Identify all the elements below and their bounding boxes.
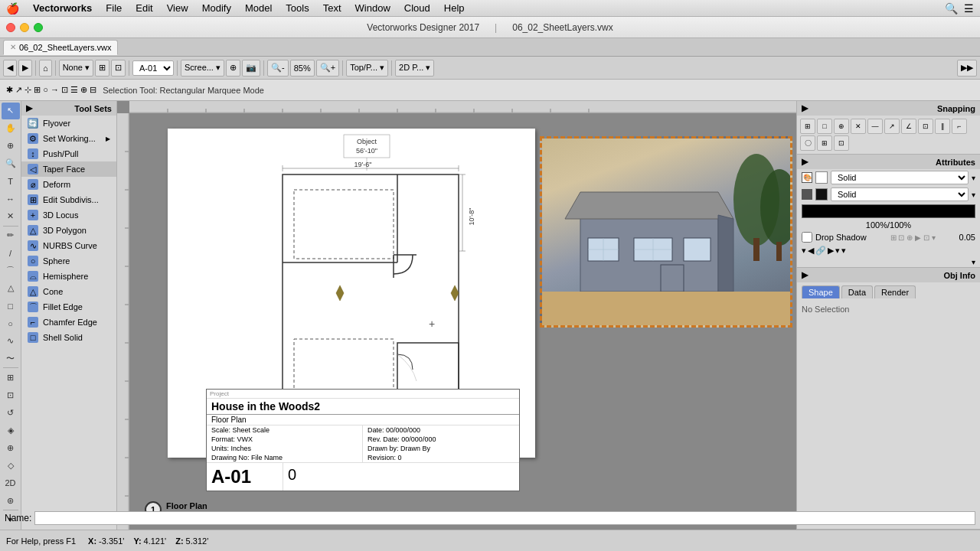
- zoom-out-button[interactable]: 🔍-: [267, 60, 289, 77]
- 3d-tool[interactable]: ⊞: [2, 369, 20, 386]
- menu-cloud[interactable]: Cloud: [398, 1, 436, 15]
- fill-swatch[interactable]: [815, 171, 828, 184]
- apple-menu[interactable]: 🍎: [6, 2, 19, 15]
- search-icon[interactable]: 🔍: [945, 2, 958, 15]
- toolset-item-set-working---[interactable]: ⚙Set Working...▶: [21, 131, 116, 146]
- line-options[interactable]: ▾: [972, 191, 975, 199]
- snap-icon-sq[interactable]: ⊡: [918, 119, 933, 134]
- menu-window[interactable]: Window: [349, 1, 397, 15]
- snap-icon-grid2[interactable]: ⊞: [817, 135, 832, 151]
- toolset-item-3d-polygon[interactable]: △3D Polygon: [21, 223, 116, 238]
- toolset-item-edit-subdivis---[interactable]: ⊞Edit Subdivis...: [21, 192, 116, 207]
- tab-render[interactable]: Render: [874, 285, 916, 298]
- menu-model[interactable]: Model: [239, 1, 278, 15]
- zoom-tool[interactable]: 🔍: [2, 155, 20, 172]
- maximize-button[interactable]: [34, 23, 43, 32]
- render-settings[interactable]: 2D P... ▾: [395, 60, 434, 77]
- toolset-item-fillet-edge[interactable]: ⌒Fillet Edge: [21, 299, 116, 315]
- fill-color-bar[interactable]: [802, 204, 975, 218]
- shadow-extra-btn[interactable]: ▾: [841, 246, 846, 256]
- sheet-dropdown[interactable]: A-01: [132, 60, 174, 76]
- shadow-more-btn[interactable]: ▾: [972, 258, 975, 266]
- toolsets-header[interactable]: ▶ Tool Sets: [21, 101, 116, 116]
- fill-dropdown[interactable]: Solid: [831, 171, 969, 184]
- toolset-item-nurbs-curve[interactable]: ∿NURBS Curve: [21, 238, 116, 253]
- shadow-chain-btn[interactable]: 🔗: [815, 246, 826, 256]
- menu-help[interactable]: Help: [438, 1, 471, 15]
- shell-tool[interactable]: ◇: [2, 457, 20, 474]
- revolve-tool[interactable]: ↺: [2, 404, 20, 421]
- extrude-tool[interactable]: ⊡: [2, 386, 20, 403]
- menu-view[interactable]: View: [161, 1, 194, 15]
- freehand-tool[interactable]: 〜: [2, 350, 20, 367]
- zoom-in-button[interactable]: 🔍+: [316, 60, 339, 77]
- nav-back-button[interactable]: ◀: [3, 60, 17, 77]
- line-tool[interactable]: /: [2, 245, 20, 262]
- circle-tool[interactable]: ○: [2, 315, 20, 332]
- tab-shape[interactable]: Shape: [802, 285, 840, 298]
- dimension-tool[interactable]: ↔: [2, 191, 20, 207]
- close-tool[interactable]: ✕: [2, 208, 20, 225]
- render-icon[interactable]: ⊕: [226, 60, 240, 77]
- toolset-item-chamfer-edge[interactable]: ⌐Chamfer Edge: [21, 315, 116, 330]
- home-button[interactable]: ⌂: [39, 60, 52, 77]
- shadow-down-btn[interactable]: ▾: [802, 246, 806, 256]
- toolset-item-3d-locus[interactable]: +3D Locus: [21, 207, 116, 223]
- rect-tool[interactable]: □: [2, 298, 20, 315]
- toolset-item-cone[interactable]: △Cone: [21, 284, 116, 299]
- snap-icon-cross[interactable]: ✕: [851, 119, 866, 134]
- curve-tool[interactable]: ∿: [2, 333, 20, 350]
- nav-forward-button[interactable]: ▶: [18, 60, 32, 77]
- toolset-item-shell-solid[interactable]: □Shell Solid: [21, 330, 116, 345]
- tab-main-file[interactable]: ✕ 06_02_SheetLayers.vwx: [3, 40, 118, 55]
- menu-edit[interactable]: Edit: [129, 1, 158, 15]
- extra-tools-button[interactable]: ▶▶: [957, 60, 977, 77]
- tab-data[interactable]: Data: [841, 285, 873, 298]
- arc-tool[interactable]: ⌒: [2, 262, 20, 279]
- fill-options[interactable]: ▾: [972, 174, 975, 182]
- snap-icon-dots[interactable]: ⊡: [834, 135, 849, 151]
- toolset-item-flyover[interactable]: 🔄Flyover: [21, 116, 116, 131]
- snap-icon-parallel[interactable]: ‖: [935, 119, 950, 134]
- boolean-tool[interactable]: ⊕: [2, 439, 20, 456]
- tab-close-icon[interactable]: ✕: [10, 43, 16, 51]
- toolset-item-deform[interactable]: ⌀Deform: [21, 177, 116, 192]
- snap-icon-grid[interactable]: ⊞: [800, 119, 815, 134]
- minimize-button[interactable]: [20, 23, 29, 32]
- pencil-tool[interactable]: ✏: [2, 227, 20, 244]
- list-icon[interactable]: ☰: [964, 2, 974, 15]
- poly-tool[interactable]: △: [2, 280, 20, 297]
- snapping-header[interactable]: ▶ Snapping: [797, 101, 980, 116]
- shadow-left-btn[interactable]: ◀: [808, 246, 814, 256]
- menu-vectorworks[interactable]: Vectorworks: [27, 1, 98, 15]
- layout-button[interactable]: ⊞: [95, 60, 109, 77]
- mode-2d[interactable]: 2D: [2, 474, 20, 491]
- menu-file[interactable]: File: [100, 1, 128, 15]
- camera-icon[interactable]: 📷: [242, 60, 260, 77]
- zoom-dropdown[interactable]: 85%: [290, 60, 315, 77]
- snap-icon-crosshair[interactable]: ⊕: [834, 119, 849, 134]
- shadow-right-btn[interactable]: ▶: [828, 246, 834, 256]
- hand-tool[interactable]: ✋: [2, 120, 20, 137]
- toolset-item-sphere[interactable]: ○Sphere: [21, 253, 116, 269]
- close-button[interactable]: [6, 23, 15, 32]
- solid-tool[interactable]: ◈: [2, 422, 20, 439]
- snap-icon-tri[interactable]: ∠: [901, 119, 916, 134]
- line-dropdown[interactable]: Solid: [831, 187, 969, 201]
- toolset-item-push/pull[interactable]: ↕Push/Pull: [21, 146, 116, 161]
- snap-icon-corner[interactable]: ⌐: [952, 119, 967, 134]
- snap-icon-rect[interactable]: □: [817, 119, 832, 134]
- canvas-area[interactable]: Object 56'-10" 19'-6": [117, 101, 796, 530]
- drop-shadow-checkbox[interactable]: [802, 232, 812, 243]
- none-button[interactable]: None ▾: [59, 60, 93, 77]
- shadow-up-btn[interactable]: ▾: [835, 246, 840, 256]
- view3d-dropdown[interactable]: Top/P... ▾: [346, 60, 388, 77]
- text-tool[interactable]: T: [2, 173, 20, 190]
- line-swatch[interactable]: [815, 188, 828, 201]
- snap-icon-angle[interactable]: ↗: [884, 119, 900, 134]
- view-button[interactable]: ⊡: [111, 60, 126, 77]
- menu-modify[interactable]: Modify: [196, 1, 237, 15]
- pan-tool[interactable]: ⊕: [2, 138, 20, 155]
- screen-dropdown[interactable]: Scree... ▾: [181, 60, 224, 77]
- menu-tools[interactable]: Tools: [279, 1, 315, 15]
